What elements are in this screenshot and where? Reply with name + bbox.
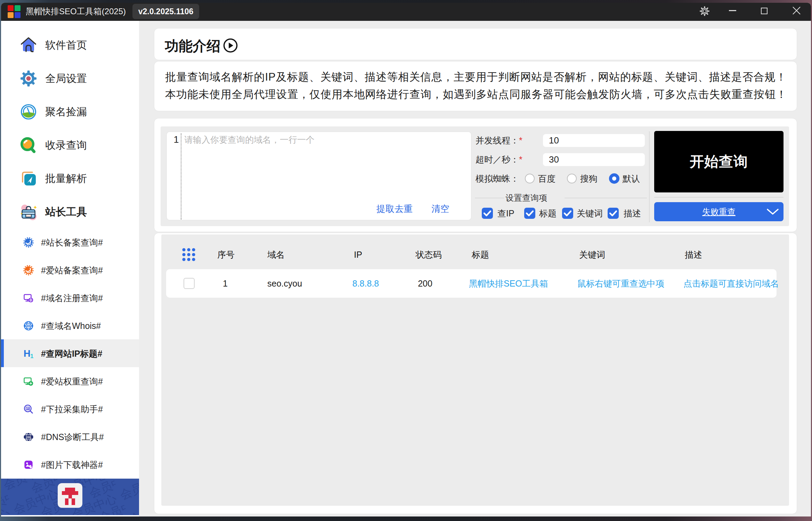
- svg-text:H: H: [24, 348, 31, 359]
- svg-text:DNS: DNS: [26, 436, 31, 439]
- svg-text:1: 1: [30, 353, 33, 359]
- svg-text:WHOIS: WHOIS: [25, 325, 32, 327]
- svg-text:词: 词: [26, 407, 29, 410]
